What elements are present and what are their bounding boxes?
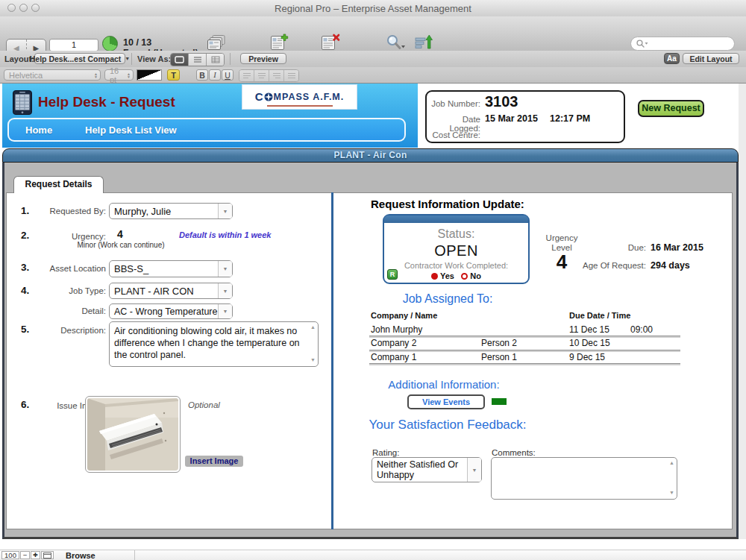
rating-value: Neither Satisfied Or Unhappy: [372, 459, 467, 480]
age-of-request-label: Age Of Request:: [582, 261, 646, 270]
chevron-down-icon: ▼: [218, 261, 232, 277]
logo-text-prefix: C: [255, 90, 264, 103]
align-left-button[interactable]: [239, 70, 254, 81]
divider: [134, 550, 135, 560]
table-row[interactable]: Company 1 Person 1 9 Dec 15: [369, 350, 680, 365]
layout-menu-button[interactable]: Help Desk...est Compact ▼: [34, 53, 125, 64]
feedback-heading: Your Satisfaction Feedback:: [343, 418, 552, 432]
text-color-button[interactable]: T: [167, 69, 180, 81]
bold-button[interactable]: B: [196, 69, 208, 81]
sort-icon: [415, 34, 433, 51]
aa-label: Aa: [667, 54, 677, 63]
status-toolbar-toggle-button[interactable]: [41, 551, 54, 559]
font-family-value: Helvetica: [9, 71, 43, 80]
table-row[interactable]: Company 2 Person 2 10 Dec 15: [369, 336, 680, 350]
window-title: Regional Pro – Enterprise Asset Manageme…: [0, 3, 746, 14]
issue-image-container[interactable]: [85, 396, 181, 473]
preview-label: Preview: [248, 54, 278, 63]
show-all-icon: [207, 35, 225, 51]
cell-company: Company 1: [371, 352, 416, 362]
rating-dropdown[interactable]: Neither Satisfied Or Unhappy ▼: [372, 457, 482, 482]
status-r-badge[interactable]: R: [387, 269, 398, 280]
handheld-device-icon: [13, 90, 32, 115]
scroll-down-icon[interactable]: ▼: [310, 357, 316, 364]
detail-value: AC - Wrong Temperature: [110, 306, 218, 317]
table-row[interactable]: John Murphy 11 Dec 15 09:00: [369, 323, 680, 337]
comments-field[interactable]: ▲ ▼: [491, 457, 677, 500]
cell-company: Company 2: [371, 338, 416, 348]
additional-info-heading: Additional Information:: [369, 378, 518, 391]
mode-popup[interactable]: Browse: [66, 551, 95, 560]
chevron-down-icon: ▼: [218, 304, 232, 318]
scroll-down-icon[interactable]: ▼: [669, 490, 674, 497]
divider: [131, 53, 132, 65]
italic-button[interactable]: I: [209, 69, 221, 81]
fill-color-swatch[interactable]: [137, 69, 162, 81]
urgency-description: Minor (Work can continue): [75, 241, 167, 249]
current-record-input[interactable]: 1: [49, 39, 98, 51]
job-type-dropdown[interactable]: PLANT - AIR CON ▼: [109, 283, 233, 299]
job-number-label: Job Number:: [431, 99, 480, 108]
detail-dropdown[interactable]: AC - Wrong Temperature ▼: [109, 303, 233, 319]
found-pie-icon[interactable]: [102, 36, 118, 51]
text-color-label: T: [171, 71, 176, 80]
issue-image-photo: [87, 398, 178, 471]
tab-request-details[interactable]: Request Details: [13, 176, 104, 193]
insert-image-label: Insert Image: [190, 456, 239, 465]
formatting-bar-toggle-button[interactable]: Aa: [664, 53, 680, 64]
font-family-select[interactable]: Helvetica ▲▼: [4, 69, 101, 81]
form-view-icon: [175, 56, 184, 63]
list-view-button[interactable]: [188, 54, 206, 66]
main-toolbar: ◀ ▶ 1 Records 10 / 13 Found (Unsorted) S…: [0, 16, 746, 51]
contractor-no-radio[interactable]: [461, 273, 468, 280]
nav-home-button[interactable]: Home: [25, 125, 52, 136]
status-value: OPEN: [384, 242, 528, 259]
asset-location-label: Asset Location: [37, 264, 106, 273]
align-right-button[interactable]: [269, 70, 283, 81]
preview-button[interactable]: Preview: [240, 53, 286, 64]
requested-by-dropdown[interactable]: Murphy, Julie ▼: [109, 203, 233, 219]
quick-find-search[interactable]: [630, 37, 735, 51]
underline-button[interactable]: U: [222, 69, 233, 81]
view-events-button[interactable]: View Events: [407, 394, 485, 409]
cost-centre-label: Cost Centre:: [431, 130, 480, 139]
col-due-date-time: Due Date / Time: [569, 311, 630, 320]
insert-image-button[interactable]: Insert Image: [185, 456, 243, 467]
zoom-in-button[interactable]: ✚: [31, 551, 40, 559]
cell-person: Person 2: [481, 338, 517, 348]
age-of-request-value: 294 days: [651, 260, 690, 271]
align-justify-button[interactable]: [283, 70, 298, 81]
description-field[interactable]: Air conditioning blowing cold air, it ma…: [109, 321, 319, 367]
font-size-select[interactable]: 16 pt ▲▼: [104, 69, 134, 81]
logo-text-suffix: MPASS A.F.M.: [274, 92, 345, 102]
urgency-label: Urgency:: [37, 232, 106, 241]
optional-note: Optional: [188, 400, 220, 409]
nav-help-desk-list-view-button[interactable]: Help Desk List View: [85, 125, 177, 136]
comments-label: Comments:: [492, 448, 536, 457]
status-label: Status:: [384, 227, 528, 241]
window-icon: [43, 553, 51, 559]
screen-header: Help Desk - Request C MPASS A.F.M. Home …: [2, 84, 418, 148]
description-value: Air conditioning blowing cold air, it ma…: [114, 326, 300, 360]
edit-layout-button[interactable]: Edit Layout: [683, 53, 739, 64]
job-type-label: Job Type:: [37, 286, 106, 295]
form-view-button[interactable]: [171, 54, 188, 66]
align-center-button[interactable]: [254, 70, 269, 81]
zoom-out-button[interactable]: −: [20, 551, 30, 559]
zoom-level-field[interactable]: 100: [1, 551, 19, 559]
search-input[interactable]: [648, 39, 734, 49]
new-request-button[interactable]: New Request: [638, 100, 704, 117]
formatting-bar: Helvetica ▲▼ 16 pt ▲▼ T B I U: [0, 67, 746, 84]
view-events-label: View Events: [422, 397, 470, 406]
urgency-value[interactable]: 4: [112, 228, 128, 240]
table-view-button[interactable]: [206, 54, 224, 66]
asset-location-dropdown[interactable]: BBS-S_ ▼: [109, 260, 233, 277]
job-info-panel: Job Number: 3103 Date Logged: 15 Mar 201…: [425, 90, 625, 143]
contractor-no-label: No: [470, 271, 481, 280]
table-view-icon: [211, 56, 220, 63]
contractor-yes-radio[interactable]: [431, 273, 438, 280]
scroll-up-icon[interactable]: ▲: [669, 460, 674, 467]
found-count: 10 / 13: [123, 37, 151, 48]
cell-time: 09:00: [630, 324, 653, 335]
scroll-up-icon[interactable]: ▲: [310, 324, 316, 331]
